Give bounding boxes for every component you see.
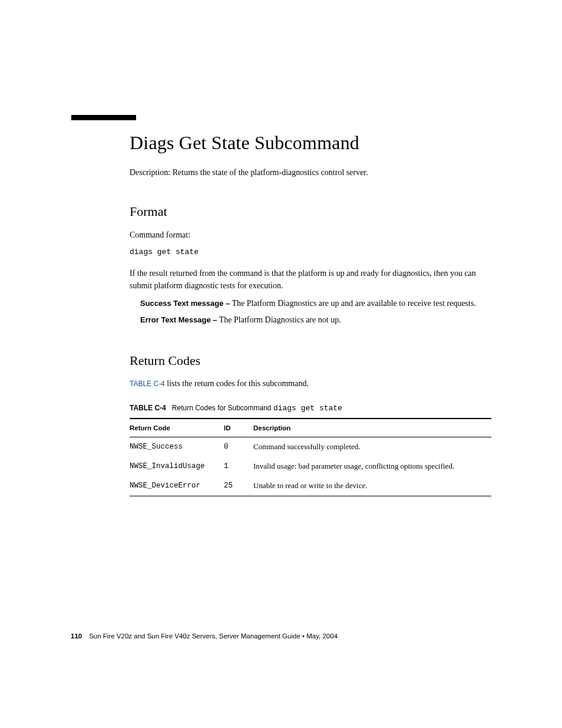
format-heading: Format: [130, 202, 491, 221]
error-message: Error Text Message – The Platform Diagno…: [140, 314, 491, 326]
cell-id: 0: [224, 437, 253, 457]
table-caption-code: diags get state: [273, 404, 342, 413]
error-label: Error Text Message –: [140, 315, 217, 324]
error-text: The Platform Diagnostics are not up.: [217, 315, 341, 324]
table-caption: TABLE C-4 Return Codes for Subcommand di…: [130, 403, 491, 414]
cell-desc: Unable to read or write to the device.: [253, 476, 491, 496]
table-caption-label: TABLE C-4: [130, 404, 166, 412]
cell-id: 1: [224, 457, 253, 476]
cell-code: NWSE_Success: [130, 437, 224, 457]
return-codes-table: Return Code ID Description NWSE_Success …: [130, 418, 491, 496]
return-codes-intro: TABLE C-4 lists the return codes for thi…: [130, 378, 491, 390]
page-footer: 110Sun Fire V20z and Sun Fire V40z Serve…: [71, 633, 338, 640]
col-return-code: Return Code: [130, 419, 224, 437]
footer-text: Sun Fire V20z and Sun Fire V40z Servers,…: [89, 633, 338, 640]
col-id: ID: [224, 419, 253, 437]
cell-code: NWSE_InvalidUsage: [130, 457, 224, 476]
table-xref-link[interactable]: TABLE C-4: [130, 380, 165, 388]
page-title: Diags Get State Subcommand: [130, 132, 491, 154]
cell-code: NWSE_DeviceError: [130, 476, 224, 496]
table-row: NWSE_InvalidUsage 1 Invalid usage: bad p…: [130, 457, 491, 476]
page-number: 110: [71, 633, 82, 640]
cell-id: 25: [224, 476, 253, 496]
description-text: Description: Returns the state of the pl…: [130, 167, 491, 179]
table-header-row: Return Code ID Description: [130, 419, 491, 437]
table-caption-text: Return Codes for Subcommand: [172, 404, 273, 412]
return-codes-intro-rest: lists the return codes for this subcomma…: [165, 379, 309, 388]
table-row: NWSE_DeviceError 25 Unable to read or wr…: [130, 476, 491, 496]
command-format-label: Command format:: [130, 229, 491, 241]
cell-desc: Command successfully completed.: [253, 437, 491, 457]
success-text: The Platform Diagnostics are up and are …: [230, 299, 476, 308]
return-codes-heading: Return Codes: [130, 351, 491, 370]
success-message: Success Text message – The Platform Diag…: [140, 298, 491, 309]
format-explain: If the result returned from the command …: [130, 268, 491, 292]
col-description: Description: [253, 419, 491, 437]
cell-desc: Invalid usage: bad parameter usage, conf…: [253, 457, 491, 476]
table-row: NWSE_Success 0 Command successfully comp…: [130, 437, 491, 457]
success-label: Success Text message –: [140, 299, 230, 308]
command-text: diags get state: [130, 247, 491, 258]
section-rule: [71, 115, 136, 120]
